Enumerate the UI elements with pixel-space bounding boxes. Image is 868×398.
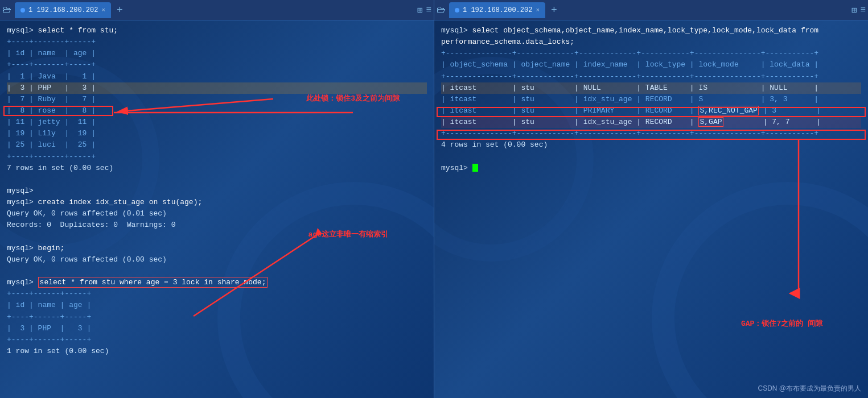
left-tab-bar-right: ⊞ ≡ (417, 5, 431, 16)
right-terminal: mysql> select object_schema,object_name,… (434, 20, 868, 398)
right-tab-label: 1 192.168.200.202 (463, 6, 532, 14)
right-tab-bar-left: 🗁 1 192.168.200.202 × + (437, 2, 849, 18)
left-tab-dot (20, 8, 25, 13)
left-grid-icon[interactable]: ⊞ (417, 5, 423, 16)
right-tab-bar: 🗁 1 192.168.200.202 × + ⊞ ≡ (434, 0, 868, 20)
left-folder-icon[interactable]: 🗁 (2, 5, 11, 15)
left-tab-add[interactable]: + (114, 5, 125, 16)
right-terminal-pre: mysql> select object_schema,object_name,… (441, 25, 861, 174)
left-tab-label: 1 192.168.200.202 (28, 6, 98, 14)
right-tab-bar-right: ⊞ ≡ (851, 5, 866, 16)
right-tab-dot (455, 8, 459, 13)
right-tab[interactable]: 1 192.168.200.202 × (449, 2, 545, 18)
left-tab[interactable]: 1 192.168.200.202 × (15, 2, 111, 18)
left-panel: 🗁 1 192.168.200.202 × + ⊞ ≡ mysql> selec… (0, 0, 434, 398)
right-panel: 🗁 1 192.168.200.202 × + ⊞ ≡ mysql> selec… (434, 0, 868, 398)
right-tab-add[interactable]: + (549, 5, 560, 16)
gap-annotation-text: GAP：锁住7之前的 间隙 (741, 318, 822, 330)
left-tab-bar-left: 🗁 1 192.168.200.202 × + (2, 2, 415, 18)
right-tab-close[interactable]: × (536, 7, 540, 14)
left-tab-bar: 🗁 1 192.168.200.202 × + ⊞ ≡ (0, 0, 434, 20)
watermark: CSDN @布布要成为最负责的男人 (758, 384, 861, 393)
left-menu-icon[interactable]: ≡ (426, 5, 431, 15)
right-menu-icon[interactable]: ≡ (860, 5, 866, 15)
panels-container: 🗁 1 192.168.200.202 × + ⊞ ≡ mysql> selec… (0, 0, 868, 398)
left-tab-close[interactable]: × (101, 7, 105, 14)
left-terminal-pre: mysql> select * from stu; +----+-------+… (7, 25, 427, 357)
right-folder-icon[interactable]: 🗁 (437, 5, 446, 15)
right-grid-icon[interactable]: ⊞ (851, 5, 857, 16)
left-terminal: mysql> select * from stu; +----+-------+… (0, 20, 434, 398)
